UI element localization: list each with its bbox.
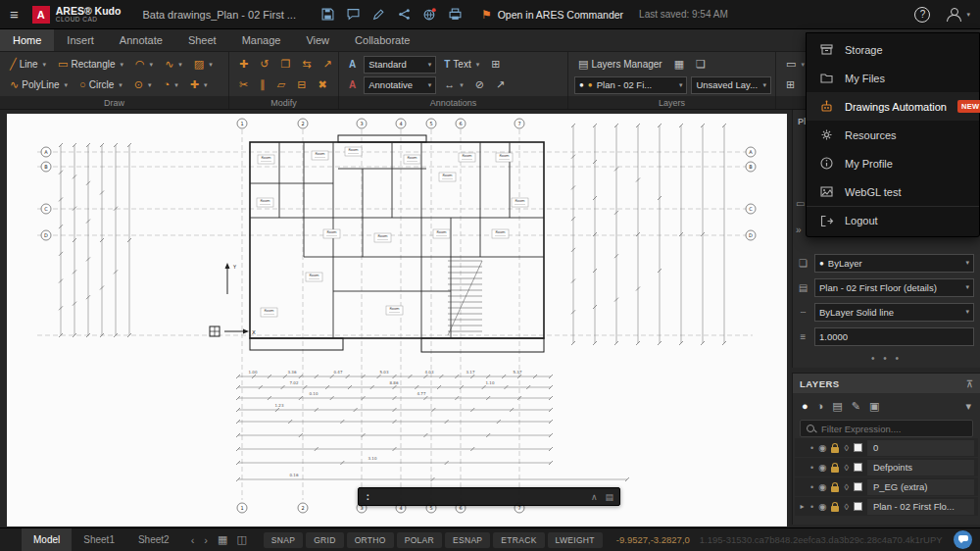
toggle-grid[interactable]: GRID — [306, 532, 343, 548]
toggle-ortho[interactable]: ORTHO — [347, 532, 394, 548]
dimension-tool-button[interactable]: ↔▾ — [440, 75, 467, 94]
new-layer-icon[interactable]: ● — [802, 400, 808, 412]
menu-item-my-profile[interactable]: My Profile — [807, 149, 979, 177]
text-style-button[interactable]: A — [345, 55, 360, 74]
arc-tool-button[interactable]: ◠▾ — [131, 55, 157, 74]
visibility-eye-icon[interactable]: ◉ — [818, 481, 826, 492]
layer-isolate-button[interactable]: ❏ — [692, 55, 710, 74]
user-menu-button[interactable]: ▾ — [946, 8, 970, 22]
lock-icon[interactable] — [831, 447, 839, 453]
filter-expression-input[interactable] — [821, 424, 966, 434]
layer-row[interactable]: ▸• ◉ ◊ Plan - 02 First Flo... — [795, 497, 978, 516]
layer-state-icon[interactable]: ◑ — [817, 400, 824, 412]
linetype-select[interactable]: ByLayer Solid line▾ — [814, 303, 974, 322]
print-icon[interactable] — [449, 8, 462, 21]
active-layer-select[interactable]: ●●Plan - 02 Fi...▾ — [574, 76, 687, 94]
command-expand-icon[interactable]: ∧ — [591, 492, 598, 502]
copy-tool-button[interactable]: ❐ — [276, 55, 294, 74]
text-tool-button[interactable]: TText▾ — [440, 55, 483, 74]
tab-home[interactable]: Home — [0, 29, 54, 51]
lock-icon[interactable] — [831, 506, 839, 512]
panel-pin-icon[interactable]: ⊼ — [966, 378, 973, 389]
lock-icon[interactable] — [831, 467, 839, 473]
menu-item-drawings-automation[interactable]: Drawings Automation NEW — [807, 92, 979, 121]
menu-item-logout[interactable]: Logout — [807, 206, 979, 234]
transparency-icon[interactable]: ◊ — [844, 443, 848, 453]
layer-color-chip[interactable] — [854, 463, 862, 472]
circle-tool-button[interactable]: ○Circle▾ — [75, 75, 126, 94]
polyline-tool-button[interactable]: ∿PolyLine▾ — [6, 75, 72, 94]
move-tool-button[interactable]: ✚ — [235, 55, 252, 74]
sheet-next-arrow[interactable]: › — [204, 534, 208, 546]
point-tool-button[interactable]: ◔▾ — [160, 75, 182, 94]
linescale-field[interactable]: 1.0000 — [814, 327, 974, 346]
toggle-esnap[interactable]: ESNAP — [445, 532, 490, 548]
line-tool-button[interactable]: ╱Line▾ — [6, 55, 50, 74]
layer-row[interactable]: • ◉ ◊ P_EG (extra) — [795, 477, 978, 496]
overflow-button-2[interactable]: ⊞ — [782, 75, 799, 94]
annotate-pen-icon[interactable] — [372, 8, 385, 21]
open-in-commander[interactable]: ⚑ Open in ARES Commander — [481, 8, 623, 22]
layer-row[interactable]: • ◉ ◊ 0 — [795, 438, 978, 457]
panel-edge-icon[interactable]: ▭ — [796, 198, 805, 209]
region-tool-button[interactable]: ✚▾ — [186, 75, 212, 94]
sheet-prev-arrow[interactable]: ‹ — [191, 534, 195, 546]
tab-annotate[interactable]: Annotate — [107, 29, 175, 51]
layer-color-chip[interactable] — [854, 502, 862, 511]
spline-tool-button[interactable]: ∿▾ — [161, 55, 186, 74]
table-tool-button[interactable]: ⊞ — [487, 55, 504, 74]
toggle-snap[interactable]: SNAP — [264, 532, 303, 548]
layer-state-select[interactable]: Unsaved Lay...▾ — [691, 76, 771, 94]
layer-row[interactable]: • ◉ ◊ Defpoints — [795, 458, 978, 476]
text-style-select[interactable]: Standard▾ — [364, 56, 436, 74]
publish-globe-icon[interactable] — [423, 8, 436, 21]
chat-support-icon[interactable] — [954, 530, 972, 549]
layers-more-icon[interactable]: ▾ — [965, 400, 971, 413]
toggle-etrack[interactable]: ETRACK — [493, 532, 544, 548]
layer-color-chip[interactable] — [854, 443, 862, 452]
layer-stack-icon[interactable]: ▤ — [832, 400, 842, 413]
array-tool-button[interactable]: ⊟ — [293, 75, 310, 94]
trim-tool-button[interactable]: ✂ — [235, 75, 252, 94]
command-menu-icon[interactable]: ▤ — [605, 492, 613, 502]
help-button[interactable]: ? — [914, 7, 930, 23]
floor-plan-drawing[interactable]: 11223344556677AABBCCDDRoomRoomRoomRoomRo… — [0, 110, 784, 527]
scale-tool-button[interactable]: ↗ — [319, 55, 336, 74]
overflow-button-1[interactable]: ▭▾ — [782, 55, 808, 74]
panel-resize-handle[interactable]: • • • — [793, 353, 980, 364]
sheet-tab-sheet1[interactable]: Sheet1 — [72, 528, 126, 551]
menu-item-my-files[interactable]: My Files — [807, 64, 979, 92]
ellipse-tool-button[interactable]: ⊙▾ — [130, 75, 156, 94]
layer-settings-icon[interactable]: ▣ — [869, 400, 879, 413]
offset-tool-button[interactable]: ∥ — [256, 75, 270, 94]
command-line[interactable]: : ∧ ▤ — [358, 487, 620, 506]
menu-item-storage[interactable]: Storage — [807, 35, 979, 64]
diameter-dim-button[interactable]: ⊘ — [471, 75, 488, 94]
sheet-tab-sheet2[interactable]: Sheet2 — [126, 528, 181, 551]
layer-edit-icon[interactable]: ✎ — [852, 400, 860, 413]
color-select[interactable]: ●ByLayer▾ — [814, 254, 974, 273]
visibility-eye-icon[interactable]: ◉ — [818, 501, 826, 512]
rectangle-tool-button[interactable]: ▭Rectangle▾ — [54, 55, 127, 74]
lock-icon[interactable] — [831, 486, 839, 492]
menu-item-webgl-test[interactable]: WebGL test — [807, 177, 979, 206]
panel-collapse-icon[interactable]: » — [796, 225, 802, 235]
mirror-tool-button[interactable]: ⇆ — [298, 55, 315, 74]
tab-view[interactable]: View — [293, 29, 342, 51]
rotate-tool-button[interactable]: ↺ — [256, 55, 272, 74]
sheet-tab-model[interactable]: Model — [22, 528, 72, 551]
toggle-lweight[interactable]: LWEIGHT — [548, 532, 603, 548]
stretch-tool-button[interactable]: ▱ — [273, 75, 289, 94]
hatch-tool-button[interactable]: ▨▾ — [190, 55, 217, 74]
layer-preview-button[interactable]: ▦ — [670, 55, 688, 74]
tab-sheet[interactable]: Sheet — [175, 29, 229, 51]
menu-item-resources[interactable]: Resources — [807, 121, 979, 149]
transparency-icon[interactable]: ◊ — [844, 502, 848, 512]
erase-tool-button[interactable]: ✖ — [314, 75, 330, 94]
visibility-eye-icon[interactable]: ◉ — [818, 462, 826, 473]
tab-manage[interactable]: Manage — [229, 29, 294, 51]
transparency-icon[interactable]: ◊ — [844, 482, 848, 492]
expand-arrow-icon[interactable]: ▸ — [799, 502, 806, 511]
annotative-style-button[interactable]: A — [345, 75, 360, 94]
tab-collaborate[interactable]: Collaborate — [342, 29, 422, 51]
